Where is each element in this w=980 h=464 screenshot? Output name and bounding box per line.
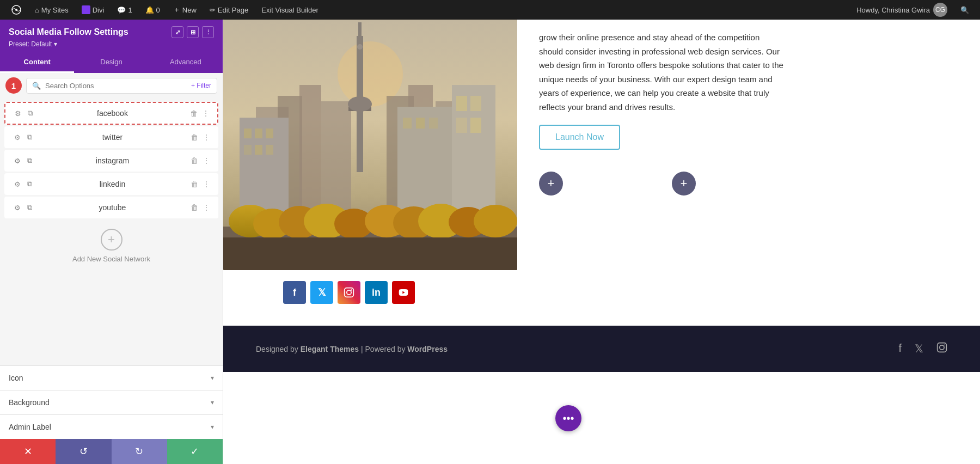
preset-label[interactable]: Preset: Default <box>9 40 57 48</box>
resize-icon[interactable]: ⤢ <box>171 26 183 38</box>
svg-rect-30 <box>470 96 481 111</box>
filter-button[interactable]: + Filter <box>191 82 211 89</box>
search-icon: 🔍 <box>960 6 969 14</box>
social-item-youtube[interactable]: ⚙ ⧉ youtube 🗑 ⋮ <box>4 197 218 218</box>
social-item-linkedin[interactable]: ⚙ ⧉ linkedin 🗑 ⋮ <box>4 173 218 195</box>
item-actions: 🗑 ⋮ <box>191 133 210 142</box>
undo-button[interactable]: ↺ <box>56 439 111 464</box>
settings-icon[interactable]: ⚙ <box>13 132 22 142</box>
copy-icon[interactable]: ⧉ <box>25 108 35 118</box>
svg-point-50 <box>944 345 945 346</box>
search-icon: 🔍 <box>32 82 41 90</box>
top-content-row: f 𝕏 in grow their online presence and st… <box>223 20 980 315</box>
social-icons-row: f 𝕏 in <box>223 270 517 315</box>
page-footer: Designed by Elegant Themes | Powered by … <box>223 326 980 372</box>
hero-image <box>223 20 517 270</box>
image-column: f 𝕏 in <box>223 20 517 315</box>
delete-facebook-button[interactable]: 🗑 <box>190 109 198 118</box>
copy-icon[interactable]: ⧉ <box>24 203 34 212</box>
footer-instagram-icon[interactable] <box>936 342 947 356</box>
social-item-twitter[interactable]: ⚙ ⧉ twitter 🗑 ⋮ <box>4 126 218 148</box>
admin-label-chevron: ▾ <box>211 423 214 431</box>
text-column: grow their online presence and stay ahea… <box>539 20 980 196</box>
notif-item[interactable]: 🔔 0 <box>140 0 166 20</box>
settings-icon[interactable]: ⚙ <box>13 179 22 189</box>
edit-page-item[interactable]: ✏ Edit Page <box>204 0 254 20</box>
footer-twitter-icon[interactable]: 𝕏 <box>915 342 923 356</box>
svg-point-49 <box>940 345 944 350</box>
comments-item[interactable]: 💬 1 <box>112 0 137 20</box>
new-label: New <box>182 6 197 14</box>
svg-point-46 <box>347 290 351 295</box>
footer-social-icons: f 𝕏 <box>898 342 947 356</box>
tab-advanced[interactable]: Advanced <box>149 52 223 73</box>
drag-youtube-button[interactable]: ⋮ <box>203 203 210 212</box>
svg-rect-18 <box>244 129 252 138</box>
settings-icon[interactable]: ⚙ <box>13 203 22 212</box>
item-actions: 🗑 ⋮ <box>191 203 210 212</box>
delete-twitter-button[interactable]: 🗑 <box>191 133 198 142</box>
admin-label-section-header[interactable]: Admin Label ▾ <box>0 415 223 439</box>
howdy-text: Howdy, Christina Gwira <box>856 6 930 14</box>
instagram-icon-btn[interactable] <box>338 281 360 304</box>
delete-instagram-button[interactable]: 🗑 <box>191 156 198 165</box>
search-admin-item[interactable]: 🔍 <box>955 0 975 20</box>
divi-item[interactable]: Divi <box>76 0 110 20</box>
search-input[interactable] <box>45 82 187 90</box>
youtube-icon-btn[interactable] <box>392 281 415 304</box>
save-button[interactable]: ✓ <box>167 439 223 464</box>
delete-linkedin-button[interactable]: 🗑 <box>191 180 198 188</box>
facebook-icon-btn[interactable]: f <box>283 281 306 304</box>
background-section-header[interactable]: Background ▾ <box>0 390 223 414</box>
social-item-instagram[interactable]: ⚙ ⧉ instagram 🗑 ⋮ <box>4 150 218 172</box>
exit-builder-item[interactable]: Exit Visual Builder <box>256 0 324 20</box>
settings-icon[interactable]: ⚙ <box>13 156 22 166</box>
divi-icon <box>82 5 90 14</box>
layout-icon[interactable]: ⊞ <box>187 26 199 38</box>
drag-facebook-button[interactable]: ⋮ <box>202 109 210 118</box>
social-item-facebook[interactable]: ⚙ ⧉ facebook 🗑 ⋮ <box>4 102 218 125</box>
copy-icon[interactable]: ⧉ <box>24 179 34 189</box>
item-actions: 🗑 ⋮ <box>190 109 210 118</box>
more-icon[interactable]: ⋮ <box>202 26 214 38</box>
svg-point-43 <box>474 205 517 237</box>
tab-content[interactable]: Content <box>0 52 74 73</box>
plus-new-item[interactable]: ＋ New <box>168 0 202 20</box>
page-content: f 𝕏 in grow their online presence and st… <box>223 20 980 464</box>
drag-linkedin-button[interactable]: ⋮ <box>203 180 210 188</box>
pencil-icon: ✏ <box>210 6 216 14</box>
drag-twitter-button[interactable]: ⋮ <box>203 133 210 142</box>
search-badge-row: 1 🔍 + Filter <box>0 73 223 98</box>
footer-facebook-icon[interactable]: f <box>898 342 902 356</box>
tab-design[interactable]: Design <box>74 52 148 73</box>
my-sites-item[interactable]: ⌂ My Sites <box>29 0 74 20</box>
add-section-button-2[interactable]: + <box>672 172 696 196</box>
redo-button[interactable]: ↻ <box>112 439 167 464</box>
svg-rect-31 <box>456 118 467 133</box>
add-network-section[interactable]: + Add New Social Network <box>0 220 223 272</box>
copy-icon[interactable]: ⧉ <box>24 156 34 166</box>
drag-instagram-button[interactable]: ⋮ <box>203 156 210 165</box>
wp-logo-item[interactable] <box>5 0 27 20</box>
icon-section-header[interactable]: Icon ▾ <box>0 366 223 390</box>
launch-now-button[interactable]: Launch Now <box>539 125 620 150</box>
howdy-item[interactable]: Howdy, Christina Gwira CG <box>851 0 953 20</box>
copy-icon[interactable]: ⧉ <box>24 132 34 142</box>
linkedin-icon-btn[interactable]: in <box>365 281 388 304</box>
floating-menu-button[interactable]: ••• <box>555 405 581 431</box>
svg-point-1 <box>15 9 17 11</box>
svg-rect-19 <box>255 129 262 138</box>
cancel-button[interactable]: ✕ <box>0 439 56 464</box>
svg-rect-48 <box>938 343 947 352</box>
delete-youtube-button[interactable]: 🗑 <box>191 203 198 212</box>
add-section-button-1[interactable]: + <box>539 172 563 196</box>
settings-icon[interactable]: ⚙ <box>13 108 23 118</box>
svg-rect-45 <box>345 288 354 297</box>
add-network-icon[interactable]: + <box>101 229 122 251</box>
background-section: Background ▾ <box>0 390 223 414</box>
svg-rect-25 <box>403 118 412 129</box>
twitter-icon-btn[interactable]: 𝕏 <box>310 281 333 304</box>
admin-label-section: Admin Label ▾ <box>0 414 223 439</box>
page-main: f 𝕏 in grow their online presence and st… <box>223 20 980 372</box>
bubble-icon: 💬 <box>117 6 126 14</box>
